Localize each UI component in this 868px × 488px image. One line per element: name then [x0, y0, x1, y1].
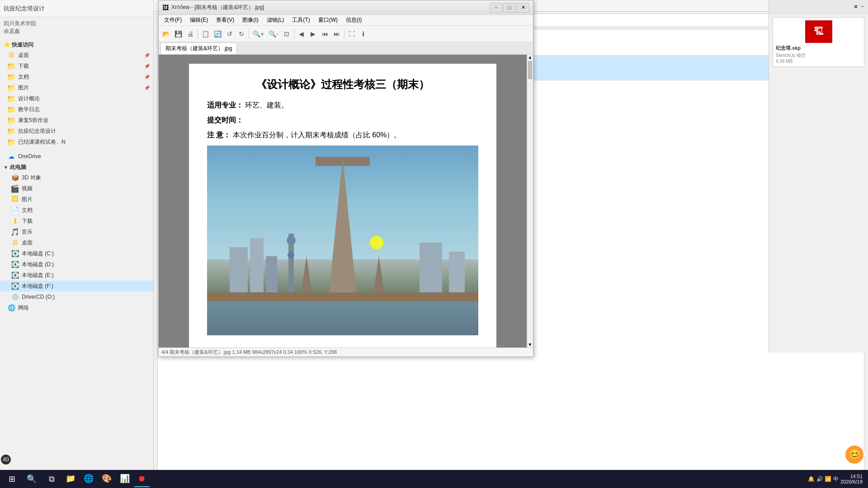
zoom-in-button[interactable]: 🔍+	[251, 28, 266, 40]
sidebar-item-design[interactable]: 📁 设计概论	[0, 93, 153, 104]
scroll-down-button[interactable]: ▼	[527, 342, 533, 347]
tab-exam[interactable]: 期末考核（建装&环艺）.jpg	[160, 42, 237, 54]
rotate-right-button[interactable]: ↻	[236, 28, 247, 40]
rotate-left-button[interactable]: ↺	[224, 28, 235, 40]
expand-icon: ▼	[4, 165, 8, 170]
sidebar-item-label: 康复5班作业	[18, 117, 48, 124]
sidebar-item-music[interactable]: 🎵 音乐	[0, 226, 153, 237]
sidebar-item-desktop[interactable]: 🖥 桌面 📌	[0, 50, 153, 61]
sidebar-item-dsk[interactable]: 🖥 桌面	[0, 237, 153, 248]
start-button[interactable]: ⊞	[2, 471, 22, 487]
scroll-thumb[interactable]	[528, 61, 532, 79]
refresh-button[interactable]: 🔄	[212, 28, 223, 40]
status-text: 4/4 期末考核（建装&环艺）.jpg 1.14 MB 984x2897x24 …	[161, 349, 337, 356]
taskbar-paint[interactable]: 🎨	[98, 471, 115, 487]
app-title: 抗疫纪念塔设计	[4, 5, 45, 13]
doc-line-1: 适用专业： 环艺、建装。	[207, 101, 478, 110]
sidebar-item-network[interactable]: 🌐 网络	[0, 302, 153, 313]
section-label-text: 此电脑	[10, 164, 26, 171]
sidebar-item-dl[interactable]: ⬇ 下载	[0, 216, 153, 226]
sidebar-item-drive-e[interactable]: 💽 本地磁盘 (E:)	[0, 270, 153, 281]
next-button[interactable]: ▶	[308, 28, 319, 40]
drive-icon: 💿	[11, 293, 19, 301]
fit-button[interactable]: ⊡	[281, 28, 292, 40]
zoom-out-button[interactable]: 🔍-	[267, 28, 280, 40]
time-display: 14:51	[840, 474, 863, 479]
this-pc-section[interactable]: ▼ 此电脑	[0, 162, 153, 172]
toolbar-separator	[198, 29, 198, 39]
sidebar-item-3d[interactable]: 📦 3D 对象	[0, 172, 153, 183]
user-avatar[interactable]: 😊	[844, 445, 864, 465]
notification-badge[interactable]: 40	[1, 455, 11, 465]
doc-label-3: 注 意：	[207, 131, 231, 139]
taskbar-record[interactable]: ⏺	[134, 471, 150, 487]
folder-icon: 📁	[7, 105, 15, 113]
window-title-text: XnView - [期末考核（建装&环艺）.jpg]	[171, 4, 264, 11]
sidebar-item-homework[interactable]: 📁 康复5班作业	[0, 115, 153, 126]
menu-view[interactable]: 查看(V)	[212, 15, 238, 25]
menu-image[interactable]: 图像(I)	[239, 15, 262, 25]
folder-icon: 📁	[7, 62, 15, 70]
last-button[interactable]: ⏭	[331, 28, 342, 40]
menu-window[interactable]: 窗口(W)	[315, 15, 341, 25]
sidebar-item-drive-f[interactable]: 💽 本地磁盘 (F:)	[0, 281, 153, 291]
properties-button[interactable]: ℹ	[358, 28, 369, 40]
panel-close-icon[interactable]: ✕	[854, 4, 858, 10]
open-button[interactable]: 📂	[160, 28, 172, 40]
taskbar-explorer[interactable]: 📁	[62, 471, 79, 487]
menu-info[interactable]: 信息(I)	[342, 15, 365, 25]
drive-icon: 💽	[11, 282, 19, 290]
folder-icon: 🖥	[7, 51, 15, 59]
doc-label-2: 提交时间：	[207, 116, 243, 124]
user-label: 余孟鑫	[4, 28, 150, 35]
menu-filter[interactable]: 滤镜(L)	[263, 15, 288, 25]
sidebar-item-onedrive[interactable]: ☁ OneDrive	[0, 151, 153, 162]
sidebar-item-docs[interactable]: 📁 文档 📌	[0, 71, 153, 82]
menu-edit[interactable]: 编辑(E)	[186, 15, 212, 25]
folder-icon: 📁	[7, 94, 15, 103]
taskbar-edge[interactable]: 🌐	[80, 471, 97, 487]
menu-tools[interactable]: 工具(T)	[288, 15, 313, 25]
task-view-icon: ⧉	[49, 474, 55, 484]
vertical-scrollbar[interactable]: ▲ ▼	[527, 55, 533, 347]
minimize-button[interactable]: －	[490, 3, 502, 13]
image-viewer[interactable]: 《设计概论》过程性考核三（期末） 适用专业： 环艺、建装。 提交时间： 注 意：…	[159, 55, 527, 347]
first-button[interactable]: ⏮	[320, 28, 330, 40]
sidebar-item-covid[interactable]: 📁 抗疫纪念塔设计	[0, 126, 153, 136]
sidebar-item-videos[interactable]: 🎬 视频	[0, 183, 153, 194]
sidebar-item-drive-d[interactable]: 💽 本地磁盘 (D:)	[0, 259, 153, 270]
xnview-statusbar: 4/4 期末考核（建装&环艺）.jpg 1.14 MB 984x2897x24 …	[159, 347, 533, 357]
menu-file[interactable]: 文件(F)	[160, 15, 185, 25]
fullscreen-button[interactable]: ⛶	[346, 28, 357, 40]
sidebar-item-diary[interactable]: 📁 教学日志	[0, 104, 153, 115]
sidebar-item-pictures[interactable]: 📁 图片 📌	[0, 82, 153, 93]
toolbar: 📂 💾 🖨 📋 🔄 ↺ ↻ 🔍+ 🔍- ⊡ ◀ ▶ ⏮ ⏭ ⛶ ℹ	[159, 26, 533, 42]
sidebar-item-courses[interactable]: 📁 已结课课程试卷、N	[0, 136, 153, 147]
building-3	[266, 256, 277, 292]
sidebar-item-driver-cd[interactable]: 💿 DriverCD (O:)	[0, 291, 153, 302]
sidebar-item-pics[interactable]: 🖼 图片	[0, 194, 153, 205]
folder-icon: 📁	[7, 116, 15, 124]
taskbar-powerpoint[interactable]: 📊	[116, 471, 133, 487]
preview-sketchup-file[interactable]: 🏗 纪念塔.skp SketchUp 模型 4.36 MB	[773, 17, 864, 67]
sidebar-item-downloads[interactable]: 📁 下载 📌	[0, 61, 153, 71]
scroll-up-button[interactable]: ▲	[527, 55, 533, 60]
search-button[interactable]: 🔍	[22, 471, 42, 487]
sidebar-item-drive-c[interactable]: 💽 本地磁盘 (C:)	[0, 248, 153, 259]
print-button[interactable]: 🖨	[185, 28, 196, 40]
task-view-button[interactable]: ⧉	[42, 471, 61, 487]
sidebar-item-label: 图片	[18, 84, 29, 92]
right-panel: ✕ － 🏗 纪念塔.skp SketchUp 模型 4.36 MB	[769, 0, 868, 352]
folder-3d-icon: 📦	[11, 174, 19, 182]
toolbar-separator-2	[249, 29, 249, 39]
prev-button[interactable]: ◀	[296, 28, 307, 40]
search-icon: 🔍	[27, 474, 37, 484]
sidebar-item-documents[interactable]: 📄 文档	[0, 205, 153, 216]
save-button[interactable]: 💾	[173, 28, 184, 40]
folder-icon: 📁	[7, 138, 15, 146]
panel-minimize-icon[interactable]: －	[860, 3, 865, 10]
folder-icon: 📄	[11, 206, 19, 214]
restore-button[interactable]: □	[503, 3, 516, 13]
close-button[interactable]: ✕	[517, 3, 529, 13]
copy-button[interactable]: 📋	[200, 28, 211, 40]
